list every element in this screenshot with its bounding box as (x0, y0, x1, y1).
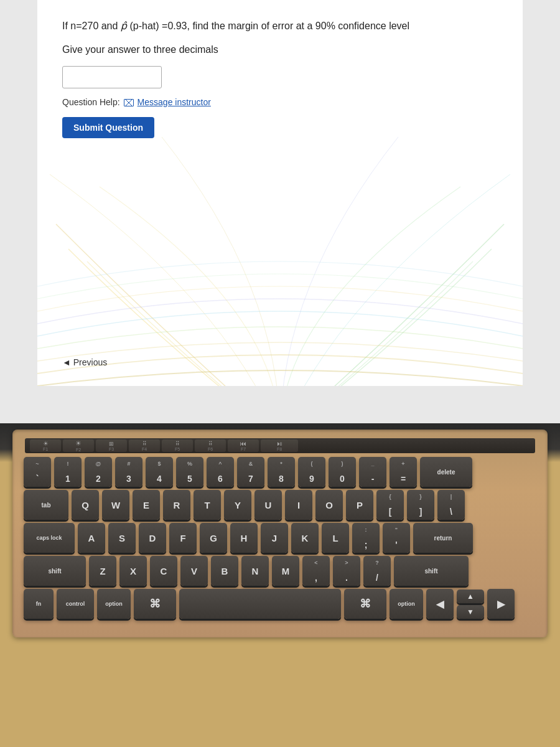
key-9[interactable]: ( 9 (298, 457, 325, 487)
key-t[interactable]: T (194, 490, 221, 520)
key-slash[interactable]: ?/ (363, 556, 391, 586)
key-8[interactable]: * 8 (268, 457, 295, 487)
f1-icon: ☀ (43, 440, 49, 447)
key-h[interactable]: H (230, 523, 258, 553)
key-b[interactable]: B (211, 556, 238, 586)
previous-button[interactable]: ◄ Previous (62, 357, 107, 367)
key-cmd-right[interactable]: ⌘ (344, 589, 386, 619)
key-p[interactable]: P (346, 490, 373, 520)
key-arrow-down[interactable]: ▼ (457, 605, 484, 619)
touchbar[interactable]: ☀ F1 ☀ F2 ⊞ F3 ⠿ F4 (25, 438, 535, 453)
key-6[interactable]: ^ 6 (207, 457, 234, 487)
key-quote[interactable]: "' (383, 523, 410, 553)
key-n[interactable]: N (241, 556, 269, 586)
key-option-right[interactable]: option (390, 589, 423, 619)
key-j[interactable]: J (261, 523, 288, 553)
key-rows: ~ ` ! 1 @ 2 # 3 (24, 457, 536, 619)
key-z[interactable]: Z (89, 556, 116, 586)
key-option-left[interactable]: option (97, 589, 131, 619)
key-2[interactable]: @ 2 (85, 457, 112, 487)
key-f[interactable]: F (169, 523, 197, 553)
f1-key[interactable]: ☀ F1 (30, 439, 61, 452)
key-space[interactable] (179, 589, 341, 619)
key-7[interactable]: & 7 (237, 457, 264, 487)
key-shift-left[interactable]: shift (24, 556, 86, 586)
f7-icon: ⏮ (240, 440, 246, 447)
f2-key[interactable]: ☀ F2 (63, 439, 94, 452)
f5-key[interactable]: ⠿ F5 (162, 439, 193, 452)
answer-input[interactable] (62, 66, 162, 88)
key-s[interactable]: S (108, 523, 136, 553)
key-v[interactable]: V (180, 556, 208, 586)
key-q[interactable]: Q (72, 490, 99, 520)
question-help-label: Question Help: (62, 97, 120, 107)
key-return[interactable]: return (413, 523, 473, 553)
key-comma[interactable]: <, (302, 556, 330, 586)
key-a[interactable]: A (78, 523, 105, 553)
key-i[interactable]: I (285, 490, 312, 520)
f7-key[interactable]: ⏮ F7 (228, 439, 259, 452)
key-k[interactable]: K (291, 523, 319, 553)
number-row: ~ ` ! 1 @ 2 # 3 (24, 457, 536, 487)
f6-key[interactable]: ⠿ F6 (195, 439, 226, 452)
key-ctrl[interactable]: control (57, 589, 94, 619)
f8-key[interactable]: ⏯ F8 (261, 439, 298, 452)
key-o[interactable]: O (315, 490, 343, 520)
key-x[interactable]: X (119, 556, 147, 586)
key-m[interactable]: M (272, 556, 299, 586)
key-5[interactable]: % 5 (176, 457, 203, 487)
key-caps-lock[interactable]: caps lock (24, 523, 75, 553)
zxcv-row: shift Z X C V B N M <, >. ?/ shift (24, 556, 536, 586)
key-backtick[interactable]: ~ ` (24, 457, 51, 487)
instruction-text: Give your answer to three decimals (62, 42, 498, 57)
key-semicolon[interactable]: :; (352, 523, 380, 553)
submit-question-button[interactable]: Submit Question (62, 117, 154, 138)
key-w[interactable]: W (102, 490, 129, 520)
f4-icon: ⠿ (142, 441, 147, 447)
key-g[interactable]: G (200, 523, 227, 553)
key-u[interactable]: U (254, 490, 282, 520)
key-delete[interactable]: delete (420, 457, 472, 487)
key-shift-right[interactable]: shift (394, 556, 469, 586)
key-backslash[interactable]: |\ (437, 490, 465, 520)
f8-icon: ⏯ (276, 440, 282, 447)
f1-label: F1 (43, 447, 48, 451)
f3-icon: ⊞ (109, 441, 114, 447)
f8-label: F8 (277, 447, 282, 451)
bottom-row: fn control option ⌘ ⌘ option ◀ ▲ ▼ ▶ (24, 589, 536, 619)
key-d[interactable]: D (139, 523, 166, 553)
key-tab[interactable]: tab (24, 490, 68, 520)
question-text: If n=270 and p̂ (p-hat) =0.93, find the … (62, 19, 498, 34)
f3-label: F3 (109, 447, 114, 451)
key-l[interactable]: L (322, 523, 349, 553)
key-c[interactable]: C (150, 556, 177, 586)
key-0[interactable]: ) 0 (329, 457, 356, 487)
f5-label: F5 (175, 447, 180, 451)
f3-key[interactable]: ⊞ F3 (96, 439, 127, 452)
key-r[interactable]: R (163, 490, 190, 520)
f7-label: F7 (241, 447, 246, 451)
f2-label: F2 (76, 448, 81, 452)
key-cmd-left[interactable]: ⌘ (134, 589, 176, 619)
f5-icon: ⠿ (175, 441, 180, 447)
key-fn[interactable]: fn (24, 589, 54, 619)
key-bracket-close[interactable]: }] (407, 490, 434, 520)
key-arrow-up[interactable]: ▲ (457, 590, 484, 603)
key-equals[interactable]: + = (390, 457, 417, 487)
key-1[interactable]: ! 1 (54, 457, 82, 487)
key-e[interactable]: E (133, 490, 160, 520)
f4-key[interactable]: ⠿ F4 (129, 439, 160, 452)
message-instructor-link[interactable]: Message instructor (138, 97, 211, 107)
key-minus[interactable]: _ - (359, 457, 386, 487)
f2-icon: ☀ (75, 439, 82, 448)
f4-label: F4 (142, 447, 147, 451)
key-4[interactable]: $ 4 (146, 457, 173, 487)
key-arrow-left[interactable]: ◀ (426, 589, 454, 619)
key-3[interactable]: # 3 (115, 457, 142, 487)
asdf-row: caps lock A S D F G H J K L :; "' return (24, 523, 536, 553)
key-period[interactable]: >. (333, 556, 360, 586)
key-y[interactable]: Y (224, 490, 251, 520)
key-bracket-open[interactable]: {[ (376, 490, 404, 520)
screen: If n=270 and p̂ (p-hat) =0.93, find the … (0, 0, 560, 423)
key-arrow-right[interactable]: ▶ (487, 589, 515, 619)
